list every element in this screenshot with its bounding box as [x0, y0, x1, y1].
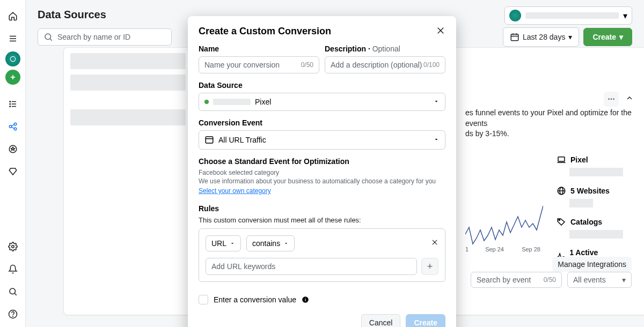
standard-event-sub: Facebook selected category [199, 169, 445, 176]
svg-rect-43 [305, 298, 306, 299]
standard-event-label: Choose a Standard Event for Optimization [199, 157, 445, 166]
enter-value-label: Enter a conversion value [214, 295, 296, 304]
rules-body: This custom conversion must meet all of … [199, 216, 445, 224]
description-input[interactable]: Add a description (optional) 0/100 [325, 56, 445, 73]
description-label: Description · Optional [325, 44, 445, 53]
description-count: 0/100 [423, 61, 440, 69]
name-input[interactable]: Name your conversion 0/50 [199, 56, 319, 73]
rule-field-dropdown[interactable]: URL [206, 235, 241, 251]
chevron-down-icon [433, 98, 440, 106]
status-dot-icon [204, 100, 209, 104]
remove-rule-icon[interactable] [431, 239, 438, 248]
conversion-event-label: Conversion Event [199, 118, 445, 127]
info-icon[interactable] [302, 296, 309, 303]
rules-label: Rules [199, 204, 445, 213]
rule-keywords-input[interactable]: Add URL keywords [206, 258, 417, 275]
redacted-pixel-name [213, 99, 251, 105]
create-custom-conversion-modal: Create a Custom Conversion Name Name you… [188, 16, 456, 327]
browser-icon [204, 135, 214, 145]
svg-rect-42 [305, 299, 306, 301]
chevron-down-icon [230, 239, 235, 248]
name-placeholder: Name your conversion [204, 61, 280, 69]
chevron-down-icon [283, 239, 289, 248]
data-source-label: Data Source [199, 81, 445, 90]
svg-rect-37 [206, 137, 213, 143]
conversion-event-dropdown[interactable]: All URL Traffic [199, 130, 445, 150]
chevron-down-icon [433, 136, 440, 144]
name-count: 0/50 [301, 61, 313, 69]
modal-overlay: Create a Custom Conversion Name Name you… [0, 0, 644, 327]
conversion-event-value: All URL Traffic [218, 136, 266, 144]
select-category-link[interactable]: Select your own category [199, 187, 445, 195]
data-source-dropdown[interactable]: Pixel [199, 93, 445, 111]
standard-event-body: We use information about your business t… [199, 177, 445, 185]
data-source-suffix: Pixel [255, 98, 271, 106]
modal-title: Create a Custom Conversion [199, 26, 331, 37]
create-conversion-button[interactable]: Create [406, 314, 445, 327]
rule-operator-dropdown[interactable]: contains [246, 235, 295, 251]
enter-value-checkbox[interactable] [199, 295, 208, 304]
add-keyword-button[interactable]: + [421, 258, 438, 275]
rule-card: URL contains Add URL keywords + [199, 228, 445, 282]
description-placeholder: Add a description (optional) [331, 61, 422, 69]
close-icon[interactable] [436, 26, 445, 37]
name-label: Name [199, 44, 319, 53]
cancel-button[interactable]: Cancel [361, 314, 401, 327]
